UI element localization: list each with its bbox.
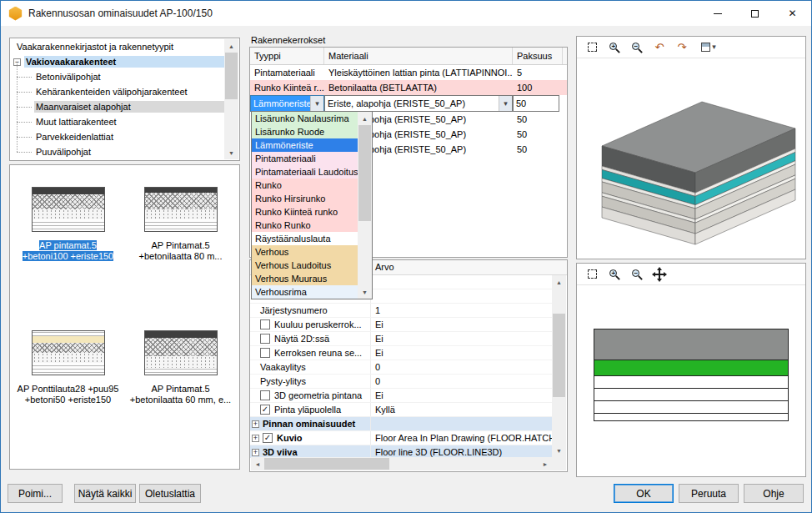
- tree-item-maanvaraiset-alapohjat[interactable]: Maanvaraiset alapohjat: [11, 99, 224, 114]
- property-row-kuuluu-peruskerrokseen[interactable]: Kuuluu peruskerrok... Ei: [250, 318, 553, 332]
- column-header-tyyppi[interactable]: Tyyppi: [250, 48, 324, 64]
- thumbnail-ap-ponttilauta28-puu95-betoni50-eriste150[interactable]: AP Ponttilauta28 +puu95 +betoni50 +erist…: [12, 319, 124, 462]
- zoom-window-button[interactable]: [583, 39, 601, 56]
- checkbox-unchecked[interactable]: [260, 348, 270, 358]
- dropdown-item-raystaanaluslauta[interactable]: Räystäänaluslauta: [252, 232, 358, 245]
- zoom-out-button[interactable]: −: [628, 266, 646, 283]
- checkbox-unchecked[interactable]: [260, 319, 270, 329]
- tyyppi-combobox-dropdown-button[interactable]: ▾: [310, 96, 323, 111]
- scrollbar-thumb[interactable]: [358, 125, 371, 221]
- scrollbar-thumb[interactable]: [553, 314, 565, 397]
- scrollbar-track[interactable]: [264, 457, 539, 470]
- dropdown-scrollbar[interactable]: ▲ ▼: [358, 112, 372, 299]
- scroll-up-button[interactable]: ▲: [224, 39, 238, 53]
- ok-button[interactable]: OK: [614, 484, 674, 503]
- property-group-pinnan-ominaisuudet[interactable]: +Pinnan ominaisuudet: [250, 417, 553, 431]
- scroll-left-button[interactable]: ◄: [251, 457, 264, 470]
- scroll-right-button[interactable]: ►: [539, 457, 552, 470]
- scroll-down-button[interactable]: ▼: [358, 285, 372, 299]
- column-header-paksuus[interactable]: Paksuus: [513, 48, 563, 64]
- oletuslattia-button[interactable]: Oletuslattia: [139, 484, 201, 503]
- checkbox-unchecked[interactable]: [260, 390, 270, 400]
- zoom-out-button[interactable]: −: [628, 39, 646, 56]
- tyyppi-combobox[interactable]: Lämmöneriste ▾: [250, 95, 324, 112]
- paksuus-input[interactable]: [513, 95, 559, 112]
- tree-item-muut-lattiarakenteet[interactable]: Muut lattiarakenteet: [11, 114, 224, 129]
- property-row-pinta-ylapuolella[interactable]: ✓Pinta yläpuolella Kyllä: [250, 403, 553, 417]
- checkbox-checked[interactable]: ✓: [263, 433, 273, 443]
- dropdown-item-pintamateriaali-laudoitus[interactable]: Pintamateriaali Laudoitus: [252, 165, 358, 179]
- maximize-button[interactable]: [736, 1, 774, 26]
- property-value: [371, 417, 553, 430]
- dropdown-item-verhous-laudoitus[interactable]: Verhous Laudoitus: [252, 259, 358, 272]
- column-header-materiaali[interactable]: Materiaali: [324, 48, 513, 64]
- dropdown-item-lammoneriste-selected[interactable]: Lämmöneriste: [252, 138, 358, 152]
- dropdown-item-verhousrima[interactable]: Verhousrima: [252, 285, 358, 299]
- property-row-pysty-ylitys[interactable]: Pysty-ylitys 0: [250, 375, 553, 389]
- scroll-down-button[interactable]: ▼: [224, 146, 238, 159]
- peruuta-button[interactable]: Peruuta: [679, 484, 739, 503]
- tree-root-item[interactable]: Vaakarakennekirjastot ja rakennetyypit: [11, 39, 224, 54]
- dropdown-item-lisarunko-naulausrima[interactable]: Lisärunko Naulausrima: [252, 112, 358, 125]
- dropdown-item-lisarunko-ruode[interactable]: Lisärunko Ruode: [252, 125, 358, 138]
- tree-item-parvekkeidenlattiat[interactable]: Parvekkeidenlattiat: [11, 129, 224, 144]
- property-grid-vscrollbar[interactable]: ▲ ▼: [552, 275, 566, 457]
- close-button[interactable]: ✕: [774, 1, 811, 26]
- dropdown-item-runko-kiintea-runko[interactable]: Runko Kiinteä runko: [252, 205, 358, 219]
- tree-group-vakiovaakarakenteet[interactable]: − Vakiovaakarakenteet: [11, 54, 224, 69]
- expand-icon[interactable]: +: [252, 420, 259, 428]
- thumbnail-ap-pintamat5-betonilaatta-60[interactable]: AP Pintamat.5 +betonilaatta 60 mm, e...: [124, 319, 237, 462]
- ohje-button[interactable]: Ohje: [744, 484, 804, 503]
- checkbox-checked[interactable]: ✓: [260, 405, 270, 415]
- dropdown-item-verhous-muuraus[interactable]: Verhous Muuraus: [252, 272, 358, 285]
- expand-icon[interactable]: +: [252, 435, 259, 442]
- tree-item-keharankenteiden-valipohjarakenteet[interactable]: Kehärankenteiden välipohjarakenteet: [11, 84, 224, 99]
- checkbox-unchecked[interactable]: [260, 334, 270, 344]
- scrollbar-track[interactable]: [552, 289, 566, 444]
- layer-row-pintamateriaali[interactable]: Pintamateriaali Yleiskäyttöinen lattian …: [250, 65, 567, 80]
- poimi-button[interactable]: Poimi...: [8, 484, 63, 503]
- tree-item-label: Parvekkeidenlattiat: [34, 131, 224, 143]
- dropdown-item-runko[interactable]: Runko: [252, 179, 358, 192]
- rotate-left-button[interactable]: ↶: [650, 39, 669, 56]
- property-row-kerroksen-reuna[interactable]: Kerroksen reuna se... Ei: [250, 346, 553, 360]
- property-row-3d-viiva[interactable]: +3D viiva Floor line 3D (FLOOR.LINE3D): [250, 445, 553, 458]
- view-mode-button[interactable]: ▾: [695, 39, 722, 56]
- dropdown-item-runko-hirsirunko[interactable]: Runko Hirsirunko: [252, 192, 358, 205]
- scrollbar-thumb[interactable]: [225, 53, 238, 99]
- property-row-3d-geometria[interactable]: 3D geometria pintana Ei: [250, 389, 553, 403]
- minimize-button[interactable]: [699, 1, 736, 26]
- layer-row-runko[interactable]: Runko Kiinteä r... Betonilaatta (BETLAAT…: [250, 80, 567, 95]
- materiaali-combobox[interactable]: Eriste, alapohja (ERISTE_50_AP) ▾: [324, 95, 513, 112]
- dropdown-item-runko-runko[interactable]: Runko Runko: [252, 219, 358, 232]
- zoom-window-button[interactable]: [583, 266, 601, 283]
- scroll-up-button[interactable]: ▲: [358, 112, 372, 125]
- tree-scrollbar[interactable]: ▲ ▼: [224, 39, 238, 159]
- dropdown-item-pintamateriaali[interactable]: Pintamateriaali: [252, 152, 358, 165]
- nayta-kaikki-button[interactable]: Näytä kaikki: [74, 484, 136, 503]
- zoom-in-button[interactable]: +: [605, 39, 624, 56]
- preview-3d-canvas[interactable]: [577, 58, 805, 261]
- thumbnail-ap-pintamat5-betonilaatta-80[interactable]: AP Pintamat.5 +betonilaatta 80 m...: [124, 175, 237, 319]
- rotate-right-button[interactable]: ↷: [673, 39, 691, 56]
- dropdown-item-verhous[interactable]: Verhous: [252, 245, 358, 259]
- pan-button[interactable]: [650, 266, 669, 283]
- tree-item-betonivalipohjat[interactable]: Betonivälipohjat: [11, 69, 224, 84]
- preview-2d-canvas[interactable]: [577, 329, 805, 421]
- zoom-in-button[interactable]: +: [605, 266, 624, 283]
- scroll-down-button[interactable]: ▼: [552, 444, 566, 457]
- tree-item-puuvalipohjat[interactable]: Puuvälipohjat: [11, 144, 224, 159]
- materiaali-combobox-dropdown-button[interactable]: ▾: [499, 96, 512, 111]
- thumbnail-ap-pintamat5-betoni100-eriste150[interactable]: AP pintamat.5 +betoni100 +eriste150: [12, 175, 124, 319]
- property-row-jarjestysnumero[interactable]: Järjestysnumero 1: [250, 304, 553, 318]
- expand-icon[interactable]: +: [252, 449, 259, 456]
- scrollbar-track[interactable]: [224, 53, 238, 146]
- property-row-kuvio[interactable]: +✓Kuvio Floor Area In Plan Drawing (FLOO…: [250, 431, 553, 445]
- scrollbar-track[interactable]: [358, 125, 372, 285]
- scroll-up-button[interactable]: ▲: [552, 275, 566, 289]
- titlebar[interactable]: Rakennusosan ominaisuudet AP-100/150 ✕: [1, 1, 811, 26]
- property-row-vaakaylitys[interactable]: Vaakaylitys 0: [250, 360, 553, 375]
- property-grid-hscrollbar[interactable]: ◄ ►: [251, 457, 552, 470]
- scrollbar-thumb[interactable]: [264, 458, 389, 470]
- property-row-nayta-2d[interactable]: Näytä 2D:ssä Ei: [250, 332, 553, 346]
